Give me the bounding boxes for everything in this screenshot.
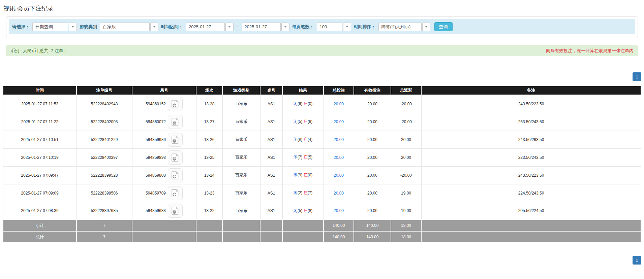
banker-result-count: (7) — [308, 190, 313, 195]
total-bet-cell: 20.00 — [324, 202, 354, 220]
bet-id-cell: 522228402003 — [76, 113, 132, 131]
date-to-select[interactable]: 2025-01-27 — [242, 23, 289, 31]
search-button[interactable]: 查询 — [434, 22, 453, 31]
round-id: 594859986 — [146, 137, 166, 142]
payout-cell: 19.00 — [391, 202, 421, 220]
total-bet-link[interactable]: 20.00 — [334, 137, 344, 142]
summary-empty-cell — [222, 231, 260, 243]
date-from-dropdown-button[interactable] — [225, 23, 234, 31]
column-header: 结果 — [282, 86, 324, 95]
summary-empty-cell — [132, 231, 196, 243]
query-mode-dropdown-button[interactable] — [69, 23, 77, 31]
total-bet-link[interactable]: 20.00 — [334, 173, 344, 178]
total-bet-link[interactable]: 20.00 — [334, 102, 344, 106]
valid-bet-cell: 20.00 — [354, 148, 391, 166]
bet-id-cell: 522228400397 — [76, 148, 132, 166]
total-bet-link[interactable]: 20.00 — [334, 155, 344, 160]
summary-empty-cell — [260, 231, 282, 243]
page-size-value[interactable]: 100 — [317, 23, 342, 31]
page-size-dropdown-button[interactable] — [343, 23, 351, 31]
bet-time-cell: 2025-01-27 07:09:47 — [3, 166, 76, 184]
time-sort-value[interactable]: 降冪(由大到小) — [378, 23, 422, 31]
session-cell: 13-27 — [196, 113, 222, 131]
filter-panel: 请选择： 日期查询 游戏类别 百家乐 时间区间： 2025-01-27 ~ 20… — [6, 16, 638, 37]
query-mode-value[interactable]: 日期查询 — [32, 23, 68, 31]
column-header: 总派彩 — [391, 86, 421, 95]
remark-cell: 243.50/263.50 — [421, 131, 641, 148]
total-bet-link[interactable]: 20.00 — [334, 191, 344, 196]
game-type-label: 游戏类别 — [80, 24, 97, 30]
total-bet-cell: 20.00 — [324, 113, 354, 131]
player-result-label: 闲 — [294, 119, 298, 124]
round-cell: 594860072 — [132, 113, 196, 131]
column-header: 有效投注 — [354, 86, 391, 95]
bet-time-cell: 2025-01-27 07:10:51 — [3, 131, 76, 148]
payout-cell: 19.00 — [391, 184, 421, 202]
time-sort-dropdown-button[interactable] — [422, 23, 430, 31]
video-replay-button[interactable] — [168, 204, 183, 218]
banker-result-count: (8) — [308, 208, 313, 213]
remark-cell: 205.50/224.50 — [421, 202, 641, 220]
video-replay-button[interactable] — [168, 168, 183, 182]
video-replay-button[interactable] — [168, 133, 183, 147]
chevron-down-icon — [153, 26, 156, 28]
round-cell: 594860152 — [132, 95, 196, 113]
remark-cell: 263.50/243.50 — [421, 113, 641, 131]
page-size-select[interactable]: 100 — [317, 23, 351, 31]
result-cell: 闲(9) 庄(0) — [282, 95, 324, 113]
time-sort-select[interactable]: 降冪(由大到小) — [378, 23, 430, 31]
summary-empty-cell — [132, 220, 196, 231]
date-range-separator: ~ — [236, 24, 239, 29]
game-type-dropdown-button[interactable] — [150, 23, 158, 31]
bet-id-cell: 522228397685 — [76, 202, 132, 220]
valid-bet-cell: 20.00 — [354, 184, 391, 202]
date-from-select[interactable]: 2025-01-27 — [186, 23, 234, 31]
column-header: 桌号 — [260, 86, 282, 95]
date-to-dropdown-button[interactable] — [281, 23, 289, 31]
summary-count-cell: 7 — [76, 220, 132, 231]
time-sort-label: 时间排序： — [354, 24, 376, 30]
date-from-value[interactable]: 2025-01-27 — [186, 23, 225, 31]
result-cell: 闲(5) 庄(9) — [282, 113, 324, 131]
video-replay-button[interactable] — [168, 115, 183, 129]
game-type-cell: 百家乐 — [222, 113, 260, 131]
summary-total-bet-cell: 140.00 — [324, 231, 354, 243]
table-no-cell: AS1 — [260, 166, 282, 184]
page-button-1[interactable]: 1 — [633, 256, 641, 265]
game-type-value[interactable]: 百家乐 — [100, 23, 150, 31]
game-type-select[interactable]: 百家乐 — [100, 23, 158, 31]
bet-time-cell: 2025-01-27 07:08:39 — [3, 202, 76, 220]
valid-bet-notice: 同局有效投注，统一计算在该局第一张注单内 — [546, 48, 634, 54]
summary-label-cell: 小计 — [3, 220, 76, 231]
page-button-1[interactable]: 1 — [633, 72, 641, 81]
banker-result-count: (5) — [308, 155, 313, 160]
table-no-cell: AS1 — [260, 148, 282, 166]
video-replay-button[interactable] — [168, 186, 183, 200]
summary-empty-cell — [196, 231, 222, 243]
chevron-down-icon — [71, 26, 74, 28]
player-result-count: (5) — [298, 119, 304, 124]
round-id: 594859633 — [146, 208, 166, 213]
summary-payout-cell: 18.00 — [391, 220, 421, 231]
total-bet-link[interactable]: 20.00 — [334, 208, 344, 213]
banker-result-count: (0) — [308, 101, 313, 106]
video-file-icon — [172, 100, 179, 108]
video-replay-button[interactable] — [168, 150, 183, 165]
valid-bet-cell: 20.00 — [354, 202, 391, 220]
round-cell: 594859986 — [132, 131, 196, 148]
player-result-count: (9) — [298, 101, 304, 106]
bet-time-cell: 2025-01-27 07:11:53 — [3, 95, 76, 113]
top-divider — [0, 0, 644, 0]
session-cell: 13-24 — [196, 166, 222, 184]
total-bet-link[interactable]: 20.00 — [334, 119, 344, 124]
page-size-label: 每页笔数： — [292, 24, 314, 30]
session-cell: 13-22 — [196, 202, 222, 220]
total-row: 总计7140.00140.0018.00 — [3, 231, 641, 243]
game-type-cell: 百家乐 — [222, 184, 260, 202]
video-replay-button[interactable] — [168, 97, 183, 111]
date-to-value[interactable]: 2025-01-27 — [242, 23, 281, 31]
query-mode-select[interactable]: 日期查询 — [32, 23, 77, 31]
summary-label-cell: 总计 — [3, 231, 76, 243]
remark-cell: 243.50/223.50 — [421, 166, 641, 184]
table-row: 2025-01-27 07:11:53522228402943594860152… — [3, 95, 641, 113]
